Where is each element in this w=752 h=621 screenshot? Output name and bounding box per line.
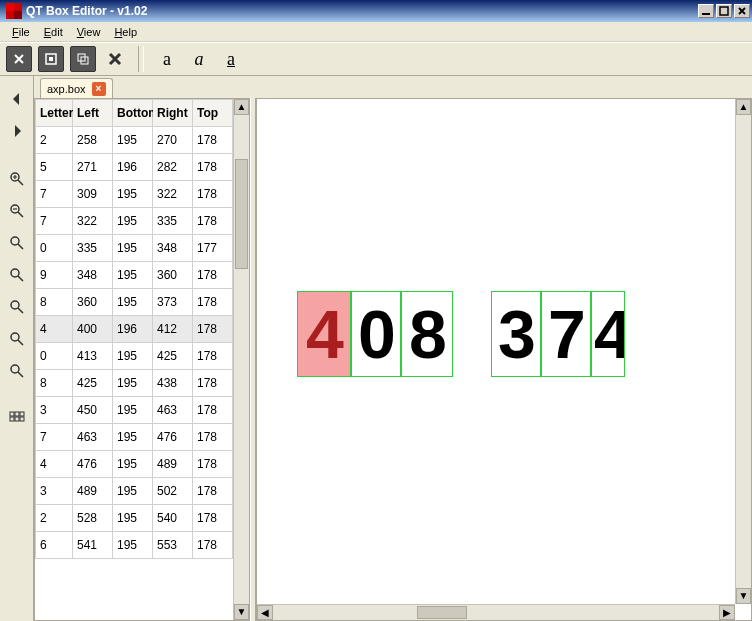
font-italic-button[interactable]: a: [186, 46, 212, 72]
table-row[interactable]: 8360195373178: [36, 289, 233, 316]
cell-right[interactable]: 322: [153, 181, 193, 208]
cell-bottom[interactable]: 195: [113, 478, 153, 505]
box-table[interactable]: Letter Left Bottom Right Top 22581952701…: [35, 99, 233, 559]
font-underline-button[interactable]: a: [218, 46, 244, 72]
menu-file[interactable]: File: [6, 24, 36, 40]
glyph-box[interactable]: 0: [351, 291, 401, 377]
cell-right[interactable]: 270: [153, 127, 193, 154]
cell-left[interactable]: 400: [73, 316, 113, 343]
scroll-up-icon[interactable]: ▲: [736, 99, 751, 115]
col-right[interactable]: Right: [153, 100, 193, 127]
cell-letter[interactable]: 5: [36, 154, 73, 181]
cell-bottom[interactable]: 196: [113, 154, 153, 181]
cell-right[interactable]: 360: [153, 262, 193, 289]
cell-right[interactable]: 476: [153, 424, 193, 451]
glyph-box[interactable]: 3: [491, 291, 541, 377]
cell-right[interactable]: 438: [153, 370, 193, 397]
canvas[interactable]: 408374 ▲ ▼ ◀ ▶: [257, 99, 751, 620]
cell-bottom[interactable]: 195: [113, 262, 153, 289]
cell-right[interactable]: 412: [153, 316, 193, 343]
toolbar-button-1[interactable]: [6, 46, 32, 72]
cell-bottom[interactable]: 195: [113, 505, 153, 532]
cell-right[interactable]: 463: [153, 397, 193, 424]
glyph-box[interactable]: 4: [297, 291, 351, 377]
scroll-right-icon[interactable]: ▶: [719, 605, 735, 620]
prev-icon[interactable]: [6, 88, 28, 110]
cell-letter[interactable]: 8: [36, 370, 73, 397]
cell-bottom[interactable]: 195: [113, 208, 153, 235]
table-row[interactable]: 7322195335178: [36, 208, 233, 235]
cell-right[interactable]: 348: [153, 235, 193, 262]
cell-left[interactable]: 413: [73, 343, 113, 370]
table-scrollbar[interactable]: ▲ ▼: [233, 99, 249, 620]
glyph-box[interactable]: 8: [401, 291, 453, 377]
cell-left[interactable]: 425: [73, 370, 113, 397]
table-wrap[interactable]: Letter Left Bottom Right Top 22581952701…: [35, 99, 233, 620]
maximize-button[interactable]: [716, 4, 732, 18]
cell-left[interactable]: 335: [73, 235, 113, 262]
next-icon[interactable]: [6, 120, 28, 142]
scroll-thumb[interactable]: [235, 159, 248, 269]
cell-letter[interactable]: 7: [36, 424, 73, 451]
cell-letter[interactable]: 0: [36, 235, 73, 262]
font-bold-button[interactable]: a: [154, 46, 180, 72]
cell-top[interactable]: 178: [193, 127, 233, 154]
table-row[interactable]: 7463195476178: [36, 424, 233, 451]
toolbar-button-2[interactable]: [38, 46, 64, 72]
table-row[interactable]: 5271196282178: [36, 154, 233, 181]
toolbar-button-3[interactable]: [70, 46, 96, 72]
scroll-thumb[interactable]: [417, 606, 467, 619]
cell-left[interactable]: 322: [73, 208, 113, 235]
cell-top[interactable]: 178: [193, 154, 233, 181]
cell-top[interactable]: 178: [193, 505, 233, 532]
cell-bottom[interactable]: 195: [113, 235, 153, 262]
table-row[interactable]: 6541195553178: [36, 532, 233, 559]
cell-right[interactable]: 553: [153, 532, 193, 559]
cell-top[interactable]: 178: [193, 262, 233, 289]
zoom-fit-icon[interactable]: [6, 232, 28, 254]
cell-top[interactable]: 178: [193, 397, 233, 424]
cell-right[interactable]: 540: [153, 505, 193, 532]
cell-right[interactable]: 373: [153, 289, 193, 316]
glyph-box[interactable]: 7: [541, 291, 591, 377]
cell-bottom[interactable]: 195: [113, 397, 153, 424]
cell-letter[interactable]: 0: [36, 343, 73, 370]
menu-view[interactable]: View: [71, 24, 107, 40]
zoom-width-icon[interactable]: [6, 296, 28, 318]
cell-top[interactable]: 178: [193, 316, 233, 343]
col-bottom[interactable]: Bottom: [113, 100, 153, 127]
cell-left[interactable]: 489: [73, 478, 113, 505]
cell-bottom[interactable]: 195: [113, 127, 153, 154]
cell-letter[interactable]: 7: [36, 208, 73, 235]
col-letter[interactable]: Letter: [36, 100, 73, 127]
cell-top[interactable]: 178: [193, 181, 233, 208]
cell-bottom[interactable]: 195: [113, 424, 153, 451]
cell-top[interactable]: 178: [193, 424, 233, 451]
zoom-out-icon[interactable]: [6, 200, 28, 222]
cell-bottom[interactable]: 195: [113, 343, 153, 370]
table-row[interactable]: 8425195438178: [36, 370, 233, 397]
col-top[interactable]: Top: [193, 100, 233, 127]
toolbar-delete-button[interactable]: [102, 46, 128, 72]
cell-left[interactable]: 463: [73, 424, 113, 451]
zoom-height-icon[interactable]: [6, 328, 28, 350]
cell-letter[interactable]: 4: [36, 451, 73, 478]
table-row[interactable]: 4476195489178: [36, 451, 233, 478]
cell-letter[interactable]: 6: [36, 532, 73, 559]
table-row[interactable]: 4400196412178: [36, 316, 233, 343]
tab-file[interactable]: axp.box ×: [40, 78, 113, 98]
cell-letter[interactable]: 2: [36, 505, 73, 532]
cell-left[interactable]: 450: [73, 397, 113, 424]
cell-right[interactable]: 489: [153, 451, 193, 478]
cell-left[interactable]: 360: [73, 289, 113, 316]
cell-letter[interactable]: 9: [36, 262, 73, 289]
cell-right[interactable]: 502: [153, 478, 193, 505]
minimize-button[interactable]: [698, 4, 714, 18]
cell-right[interactable]: 335: [153, 208, 193, 235]
cell-left[interactable]: 258: [73, 127, 113, 154]
table-row[interactable]: 2258195270178: [36, 127, 233, 154]
cell-letter[interactable]: 3: [36, 478, 73, 505]
cell-top[interactable]: 178: [193, 208, 233, 235]
cell-bottom[interactable]: 195: [113, 451, 153, 478]
cell-letter[interactable]: 3: [36, 397, 73, 424]
